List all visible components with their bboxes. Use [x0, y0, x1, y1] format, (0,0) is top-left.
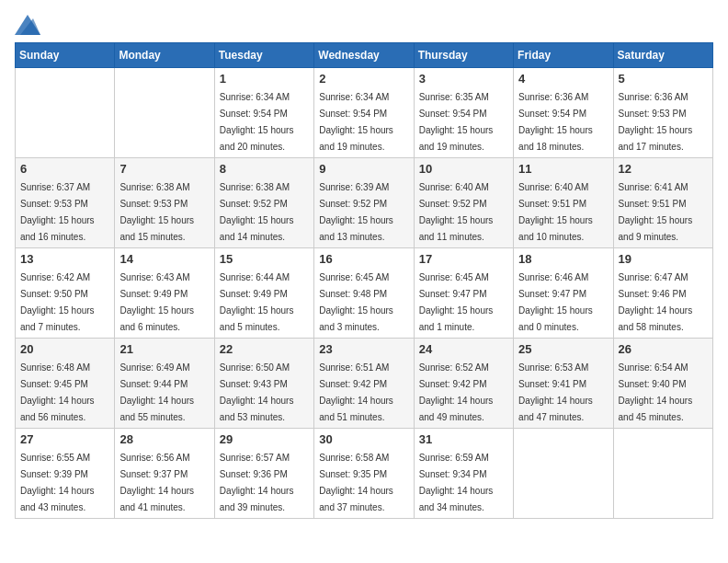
calendar-cell: 4 Sunrise: 6:36 AMSunset: 9:54 PMDayligh… — [514, 68, 613, 158]
day-number: 30 — [319, 432, 408, 446]
calendar-cell: 5 Sunrise: 6:36 AMSunset: 9:53 PMDayligh… — [613, 68, 712, 158]
day-number: 12 — [619, 162, 708, 176]
day-info: Sunrise: 6:47 AMSunset: 9:46 PMDaylight:… — [619, 272, 693, 332]
day-info: Sunrise: 6:45 AMSunset: 9:47 PMDaylight:… — [419, 272, 494, 332]
day-info: Sunrise: 6:57 AMSunset: 9:36 PMDaylight:… — [220, 453, 294, 512]
day-info: Sunrise: 6:53 AMSunset: 9:41 PMDaylight:… — [518, 362, 593, 422]
day-number: 15 — [220, 252, 309, 266]
calendar-cell: 25 Sunrise: 6:53 AMSunset: 9:41 PMDaylig… — [514, 339, 613, 429]
day-info: Sunrise: 6:34 AMSunset: 9:54 PMDaylight:… — [220, 92, 294, 152]
day-info: Sunrise: 6:45 AMSunset: 9:48 PMDaylight:… — [319, 272, 393, 332]
day-info: Sunrise: 6:59 AMSunset: 9:34 PMDaylight:… — [419, 453, 494, 512]
calendar-cell: 20 Sunrise: 6:48 AMSunset: 9:45 PMDaylig… — [16, 339, 115, 429]
day-info: Sunrise: 6:40 AMSunset: 9:52 PMDaylight:… — [419, 182, 494, 242]
day-info: Sunrise: 6:35 AMSunset: 9:54 PMDaylight:… — [419, 92, 494, 152]
calendar-cell: 14 Sunrise: 6:43 AMSunset: 9:49 PMDaylig… — [115, 248, 214, 339]
calendar-cell: 17 Sunrise: 6:45 AMSunset: 9:47 PMDaylig… — [414, 248, 513, 339]
day-info: Sunrise: 6:54 AMSunset: 9:40 PMDaylight:… — [619, 362, 693, 422]
day-info: Sunrise: 6:38 AMSunset: 9:52 PMDaylight:… — [220, 182, 294, 242]
calendar-cell — [514, 429, 613, 519]
day-number: 28 — [119, 432, 209, 446]
calendar-cell: 9 Sunrise: 6:39 AMSunset: 9:52 PMDayligh… — [314, 158, 414, 248]
day-number: 3 — [419, 72, 508, 86]
weekday-header-thursday: Thursday — [414, 43, 513, 68]
day-info: Sunrise: 6:50 AMSunset: 9:43 PMDaylight:… — [220, 362, 294, 422]
day-number: 7 — [119, 162, 209, 176]
day-number: 8 — [220, 162, 309, 176]
calendar-cell — [16, 68, 115, 158]
weekday-header-row: SundayMondayTuesdayWednesdayThursdayFrid… — [16, 43, 713, 68]
day-number: 24 — [419, 342, 508, 356]
weekday-header-wednesday: Wednesday — [314, 43, 414, 68]
calendar-table: SundayMondayTuesdayWednesdayThursdayFrid… — [15, 42, 713, 519]
calendar-cell — [115, 68, 214, 158]
logo-icon — [15, 15, 40, 35]
week-row-3: 13 Sunrise: 6:42 AMSunset: 9:50 PMDaylig… — [16, 248, 713, 339]
calendar-cell: 24 Sunrise: 6:52 AMSunset: 9:42 PMDaylig… — [414, 339, 513, 429]
day-number: 13 — [20, 252, 109, 266]
day-info: Sunrise: 6:49 AMSunset: 9:44 PMDaylight:… — [119, 362, 194, 422]
day-info: Sunrise: 6:36 AMSunset: 9:54 PMDaylight:… — [518, 92, 593, 152]
day-info: Sunrise: 6:37 AMSunset: 9:53 PMDaylight:… — [20, 182, 95, 242]
day-number: 4 — [518, 72, 608, 86]
calendar-cell: 15 Sunrise: 6:44 AMSunset: 9:49 PMDaylig… — [214, 248, 313, 339]
calendar-cell: 26 Sunrise: 6:54 AMSunset: 9:40 PMDaylig… — [613, 339, 712, 429]
day-number: 5 — [619, 72, 708, 86]
week-row-1: 1 Sunrise: 6:34 AMSunset: 9:54 PMDayligh… — [16, 68, 713, 158]
day-number: 23 — [319, 342, 408, 356]
calendar-cell — [613, 429, 712, 519]
calendar-cell: 31 Sunrise: 6:59 AMSunset: 9:34 PMDaylig… — [414, 429, 513, 519]
calendar-cell: 30 Sunrise: 6:58 AMSunset: 9:35 PMDaylig… — [314, 429, 414, 519]
calendar-cell: 23 Sunrise: 6:51 AMSunset: 9:42 PMDaylig… — [314, 339, 414, 429]
day-number: 21 — [119, 342, 209, 356]
weekday-header-monday: Monday — [115, 43, 214, 68]
day-info: Sunrise: 6:55 AMSunset: 9:39 PMDaylight:… — [20, 453, 95, 512]
day-number: 14 — [119, 252, 209, 266]
calendar-cell: 8 Sunrise: 6:38 AMSunset: 9:52 PMDayligh… — [214, 158, 313, 248]
day-info: Sunrise: 6:40 AMSunset: 9:51 PMDaylight:… — [518, 182, 593, 242]
day-info: Sunrise: 6:52 AMSunset: 9:42 PMDaylight:… — [419, 362, 494, 422]
week-row-4: 20 Sunrise: 6:48 AMSunset: 9:45 PMDaylig… — [16, 339, 713, 429]
day-info: Sunrise: 6:43 AMSunset: 9:49 PMDaylight:… — [119, 272, 194, 332]
day-info: Sunrise: 6:46 AMSunset: 9:47 PMDaylight:… — [518, 272, 593, 332]
day-info: Sunrise: 6:51 AMSunset: 9:42 PMDaylight:… — [319, 362, 393, 422]
day-number: 29 — [220, 432, 309, 446]
day-number: 26 — [619, 342, 708, 356]
day-number: 25 — [518, 342, 608, 356]
calendar-cell: 21 Sunrise: 6:49 AMSunset: 9:44 PMDaylig… — [115, 339, 214, 429]
day-number: 1 — [220, 72, 309, 86]
calendar-cell: 28 Sunrise: 6:56 AMSunset: 9:37 PMDaylig… — [115, 429, 214, 519]
day-number: 10 — [419, 162, 508, 176]
day-info: Sunrise: 6:36 AMSunset: 9:53 PMDaylight:… — [619, 92, 693, 152]
calendar-cell: 12 Sunrise: 6:41 AMSunset: 9:51 PMDaylig… — [613, 158, 712, 248]
logo — [15, 15, 44, 35]
day-number: 27 — [20, 432, 109, 446]
header — [15, 15, 713, 35]
calendar-cell: 22 Sunrise: 6:50 AMSunset: 9:43 PMDaylig… — [214, 339, 313, 429]
day-info: Sunrise: 6:56 AMSunset: 9:37 PMDaylight:… — [119, 453, 194, 512]
calendar-cell: 7 Sunrise: 6:38 AMSunset: 9:53 PMDayligh… — [115, 158, 214, 248]
calendar-cell: 3 Sunrise: 6:35 AMSunset: 9:54 PMDayligh… — [414, 68, 513, 158]
calendar-cell: 11 Sunrise: 6:40 AMSunset: 9:51 PMDaylig… — [514, 158, 613, 248]
day-info: Sunrise: 6:39 AMSunset: 9:52 PMDaylight:… — [319, 182, 393, 242]
day-info: Sunrise: 6:34 AMSunset: 9:54 PMDaylight:… — [319, 92, 393, 152]
calendar-cell: 10 Sunrise: 6:40 AMSunset: 9:52 PMDaylig… — [414, 158, 513, 248]
calendar-cell: 27 Sunrise: 6:55 AMSunset: 9:39 PMDaylig… — [16, 429, 115, 519]
day-number: 6 — [20, 162, 109, 176]
day-number: 18 — [518, 252, 608, 266]
day-info: Sunrise: 6:48 AMSunset: 9:45 PMDaylight:… — [20, 362, 95, 422]
calendar-cell: 2 Sunrise: 6:34 AMSunset: 9:54 PMDayligh… — [314, 68, 414, 158]
week-row-2: 6 Sunrise: 6:37 AMSunset: 9:53 PMDayligh… — [16, 158, 713, 248]
day-info: Sunrise: 6:41 AMSunset: 9:51 PMDaylight:… — [619, 182, 693, 242]
weekday-header-sunday: Sunday — [16, 43, 115, 68]
day-number: 16 — [319, 252, 408, 266]
day-info: Sunrise: 6:58 AMSunset: 9:35 PMDaylight:… — [319, 453, 393, 512]
day-info: Sunrise: 6:42 AMSunset: 9:50 PMDaylight:… — [20, 272, 95, 332]
day-number: 31 — [419, 432, 508, 446]
calendar-cell: 19 Sunrise: 6:47 AMSunset: 9:46 PMDaylig… — [613, 248, 712, 339]
calendar-cell: 13 Sunrise: 6:42 AMSunset: 9:50 PMDaylig… — [16, 248, 115, 339]
day-number: 2 — [319, 72, 408, 86]
day-number: 20 — [20, 342, 109, 356]
calendar-cell: 6 Sunrise: 6:37 AMSunset: 9:53 PMDayligh… — [16, 158, 115, 248]
calendar-cell: 1 Sunrise: 6:34 AMSunset: 9:54 PMDayligh… — [214, 68, 313, 158]
